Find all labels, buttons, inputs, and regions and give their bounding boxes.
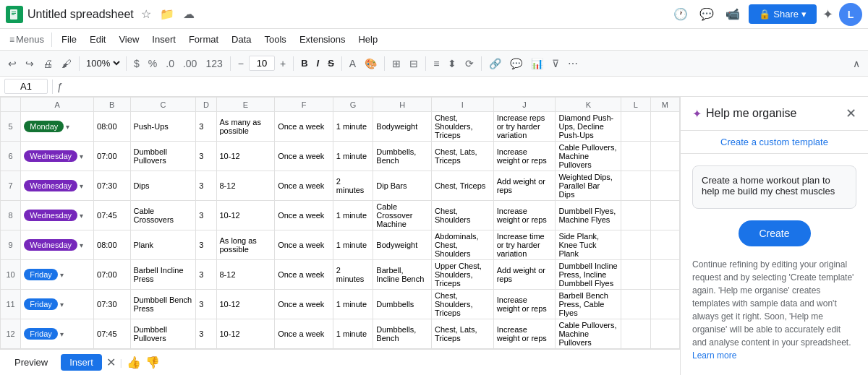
col-header-h[interactable]: H — [373, 98, 432, 112]
cell-frequency[interactable]: Once a week — [275, 201, 333, 230]
cell-frequency[interactable]: Once a week — [275, 260, 333, 290]
cell-reps[interactable]: As long as possible — [216, 230, 275, 260]
day-dropdown-icon[interactable]: ▾ — [58, 301, 64, 309]
cell-equipment[interactable]: Dumbbells — [373, 290, 432, 319]
redo-button[interactable]: ↪ — [22, 56, 38, 72]
cell-exercise[interactable]: Dumbbell Pullovers — [130, 319, 196, 349]
cell-day[interactable]: Wednesday ▾ — [21, 171, 94, 201]
cell-progression[interactable]: Increase time or try harder variation — [493, 230, 556, 260]
row-header[interactable]: 5 — [1, 112, 21, 142]
cell-alternatives[interactable]: Dumbbell Incline Press, Incline Dumbbell… — [556, 260, 621, 290]
preview-tab[interactable]: Preview — [6, 354, 56, 371]
collapse-toolbar-button[interactable]: ∧ — [849, 56, 864, 72]
history-button[interactable]: 🕐 — [671, 6, 691, 22]
cell-exercise[interactable]: Push-Ups — [130, 112, 196, 142]
cell-rest[interactable]: 1 minute — [333, 112, 373, 142]
undo-button[interactable]: ↩ — [4, 56, 20, 72]
cell-exercise[interactable]: Dips — [130, 171, 196, 201]
increase-font-button[interactable]: + — [276, 56, 289, 72]
cell-muscles[interactable]: Chest, Shoulders, Triceps — [431, 290, 493, 319]
cell-empty[interactable] — [621, 171, 650, 201]
cell-frequency[interactable]: Once a week — [275, 171, 333, 201]
cell-equipment[interactable]: Dumbbells, Bench — [373, 319, 432, 349]
col-header-e[interactable]: E — [216, 98, 275, 112]
format-number-button[interactable]: 123 — [202, 56, 226, 72]
cell-muscles[interactable]: Abdominals, Chest, Shoulders — [431, 230, 493, 260]
cell-reps[interactable]: 8-12 — [216, 171, 275, 201]
text-color-button[interactable]: A — [346, 56, 359, 72]
cell-rest[interactable]: 2 minutes — [333, 260, 373, 290]
drive-button[interactable]: 📁 — [157, 6, 177, 22]
function-icon[interactable]: ƒ — [57, 81, 63, 92]
learn-more-link[interactable]: Learn more — [692, 350, 736, 361]
cell-alternatives[interactable]: Weighted Dips, Parallel Bar Dips — [556, 171, 621, 201]
cell-equipment[interactable]: Dip Bars — [373, 171, 432, 201]
cell-time[interactable]: 07:30 — [94, 290, 130, 319]
cell-empty[interactable] — [650, 201, 679, 230]
cell-day[interactable]: Wednesday ▾ — [21, 230, 94, 260]
strikethrough-button[interactable]: S — [324, 56, 338, 71]
cell-exercise[interactable]: Dumbbell Bench Press — [130, 290, 196, 319]
cell-alternatives[interactable]: Diamond Push-Ups, Decline Push-Ups — [556, 112, 621, 142]
cell-empty[interactable] — [650, 260, 679, 290]
cell-empty[interactable] — [621, 290, 650, 319]
zoom-selector[interactable]: 100% 75% 50% 125% 150% — [83, 57, 122, 69]
cell-progression[interactable]: Increase weight or reps — [493, 201, 556, 230]
comment-button[interactable]: 💬 — [697, 6, 717, 22]
col-header-j[interactable]: J — [493, 98, 556, 112]
cell-empty[interactable] — [650, 230, 679, 260]
cell-empty[interactable] — [650, 112, 679, 142]
row-header[interactable]: 6 — [1, 142, 21, 171]
panel-close-button[interactable]: ✕ — [846, 105, 856, 121]
comment-insert-button[interactable]: 💬 — [506, 56, 526, 72]
cell-frequency[interactable]: Once a week — [275, 290, 333, 319]
menu-data[interactable]: Data — [226, 31, 257, 48]
row-header[interactable]: 7 — [1, 171, 21, 201]
menu-view[interactable]: View — [113, 31, 145, 48]
col-header-m[interactable]: M — [650, 98, 679, 112]
col-header-g[interactable]: G — [333, 98, 373, 112]
currency-button[interactable]: $ — [130, 56, 143, 72]
fill-color-button[interactable]: 🎨 — [361, 56, 380, 72]
cell-muscles[interactable]: Chest, Lats, Triceps — [431, 319, 493, 349]
cell-reps[interactable]: 10-12 — [216, 290, 275, 319]
cell-progression[interactable]: Increase weight or reps — [493, 319, 556, 349]
cell-time[interactable]: 08:00 — [94, 112, 130, 142]
cell-rest[interactable]: 2 minutes — [333, 171, 373, 201]
cell-day[interactable]: Friday ▾ — [21, 319, 94, 349]
thumbs-up-button[interactable]: 👍 — [127, 355, 141, 369]
cell-reps[interactable]: As many as possible — [216, 112, 275, 142]
cell-exercise[interactable]: Barbell Incline Press — [130, 260, 196, 290]
cell-alternatives[interactable]: Dumbbell Flyes, Machine Flyes — [556, 201, 621, 230]
cell-reps[interactable]: 10-12 — [216, 319, 275, 349]
menu-format[interactable]: Format — [183, 31, 224, 48]
cell-sets[interactable]: 3 — [196, 230, 216, 260]
day-dropdown-icon[interactable]: ▾ — [58, 330, 64, 338]
menu-insert[interactable]: Insert — [146, 31, 182, 48]
menu-file[interactable]: File — [56, 31, 82, 48]
cell-time[interactable]: 07:00 — [94, 142, 130, 171]
cell-empty[interactable] — [621, 230, 650, 260]
cell-day[interactable]: Friday ▾ — [21, 290, 94, 319]
row-header[interactable]: 9 — [1, 230, 21, 260]
align-left-button[interactable]: ≡ — [430, 56, 443, 72]
cell-alternatives[interactable]: Side Plank, Knee Tuck Plank — [556, 230, 621, 260]
cell-equipment[interactable]: Dumbbells, Bench — [373, 142, 432, 171]
cell-alternatives[interactable]: Cable Pullovers, Machine Pullovers — [556, 142, 621, 171]
cell-muscles[interactable]: Chest, Lats, Triceps — [431, 142, 493, 171]
cell-alternatives[interactable]: Barbell Bench Press, Cable Flyes — [556, 290, 621, 319]
cell-reps[interactable]: 10-12 — [216, 201, 275, 230]
create-button[interactable]: Create — [739, 220, 811, 246]
percent-button[interactable]: % — [145, 56, 161, 72]
cell-day[interactable]: Monday ▾ — [21, 112, 94, 142]
cell-progression[interactable]: Increase weight or reps — [493, 142, 556, 171]
day-dropdown-icon[interactable]: ▾ — [64, 123, 69, 131]
decrease-font-button[interactable]: − — [234, 56, 247, 72]
cell-frequency[interactable]: Once a week — [275, 142, 333, 171]
cell-muscles[interactable]: Chest, Shoulders, Triceps — [431, 112, 493, 142]
print-button[interactable]: 🖨 — [39, 56, 56, 72]
link-button[interactable]: 🔗 — [485, 56, 505, 72]
col-header-l[interactable]: L — [621, 98, 650, 112]
decrease-decimal-button[interactable]: .0 — [162, 56, 178, 72]
day-dropdown-icon[interactable]: ▾ — [77, 182, 83, 190]
